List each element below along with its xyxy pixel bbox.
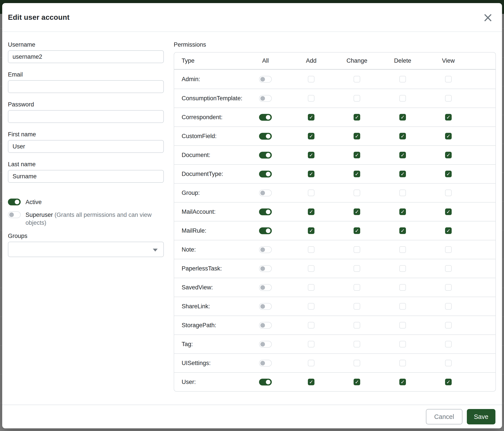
permission-view-checkbox[interactable] (445, 322, 452, 329)
permission-delete-checkbox[interactable] (399, 76, 406, 82)
permission-view-checkbox[interactable] (445, 360, 452, 366)
permission-all-toggle[interactable] (259, 284, 272, 291)
email-input[interactable] (8, 80, 164, 93)
permission-all-toggle[interactable] (259, 360, 272, 367)
permission-add-checkbox[interactable] (308, 76, 315, 82)
permission-all-toggle[interactable] (259, 246, 272, 253)
permission-change-checkbox[interactable] (354, 189, 360, 196)
permission-view-checkbox[interactable] (445, 95, 452, 102)
permission-change-checkbox[interactable] (354, 95, 360, 102)
permission-add-checkbox[interactable] (308, 152, 315, 158)
permission-add-checkbox[interactable] (308, 133, 315, 139)
permission-all-toggle[interactable] (259, 303, 272, 310)
permission-all-toggle[interactable] (259, 114, 272, 121)
permission-view-checkbox[interactable] (445, 133, 452, 139)
permission-add-checkbox[interactable] (308, 265, 315, 272)
permission-delete-checkbox[interactable] (399, 379, 406, 385)
username-input[interactable] (8, 50, 164, 63)
permission-all-toggle[interactable] (259, 189, 272, 196)
permission-add-checkbox[interactable] (308, 284, 315, 291)
permission-change-checkbox[interactable] (354, 322, 360, 329)
permission-add-checkbox[interactable] (308, 189, 315, 196)
last-name-input[interactable] (8, 170, 164, 183)
permission-view-checkbox[interactable] (445, 379, 452, 385)
permission-all-toggle[interactable] (259, 265, 272, 272)
permission-type-label: CustomField: (182, 133, 243, 140)
groups-select[interactable] (8, 242, 164, 257)
permission-all-toggle[interactable] (259, 227, 272, 234)
permission-all-toggle[interactable] (259, 95, 272, 102)
permission-add-checkbox[interactable] (308, 303, 315, 310)
permission-delete-checkbox[interactable] (399, 303, 406, 310)
permission-change-checkbox[interactable] (354, 171, 360, 177)
permission-add-checkbox[interactable] (308, 208, 315, 215)
permission-add-checkbox[interactable] (308, 246, 315, 253)
permission-change-checkbox[interactable] (354, 208, 360, 215)
permission-change-checkbox[interactable] (354, 76, 360, 82)
dialog-footer: Cancel Save (2, 405, 502, 428)
permission-all-toggle[interactable] (259, 76, 272, 83)
permission-delete-checkbox[interactable] (399, 360, 406, 366)
permission-all-toggle[interactable] (259, 133, 272, 140)
permission-change-checkbox[interactable] (354, 341, 360, 347)
permission-all-toggle[interactable] (259, 322, 272, 329)
permission-view-checkbox[interactable] (445, 246, 452, 253)
permission-add-checkbox[interactable] (308, 95, 315, 102)
permission-all-toggle[interactable] (259, 341, 272, 348)
permission-view-checkbox[interactable] (445, 76, 452, 82)
permission-delete-checkbox[interactable] (399, 152, 406, 158)
permission-add-checkbox[interactable] (308, 322, 315, 329)
permission-delete-checkbox[interactable] (399, 189, 406, 196)
cancel-button[interactable]: Cancel (426, 409, 462, 424)
permission-view-checkbox[interactable] (445, 171, 452, 177)
permission-change-checkbox[interactable] (354, 133, 360, 139)
permission-change-checkbox[interactable] (354, 114, 360, 120)
close-button[interactable]: × (482, 11, 494, 24)
permission-add-checkbox[interactable] (308, 114, 315, 120)
superuser-toggle[interactable] (8, 211, 21, 218)
first-name-input[interactable] (8, 140, 164, 153)
save-button[interactable]: Save (467, 409, 495, 424)
permission-change-checkbox[interactable] (354, 246, 360, 253)
permission-delete-checkbox[interactable] (399, 341, 406, 347)
permission-view-checkbox[interactable] (445, 341, 452, 347)
password-input[interactable] (8, 110, 164, 123)
permission-add-checkbox[interactable] (308, 360, 315, 366)
permission-delete-checkbox[interactable] (399, 208, 406, 215)
permission-change-checkbox[interactable] (354, 152, 360, 158)
col-header-change: Change (347, 57, 368, 64)
permission-all-toggle[interactable] (259, 379, 272, 386)
col-header-all: All (262, 57, 269, 64)
permission-change-checkbox[interactable] (354, 303, 360, 310)
permission-delete-checkbox[interactable] (399, 95, 406, 102)
permission-view-checkbox[interactable] (445, 227, 452, 234)
permission-view-checkbox[interactable] (445, 265, 452, 272)
permission-add-checkbox[interactable] (308, 341, 315, 347)
permission-change-checkbox[interactable] (354, 379, 360, 385)
permission-change-checkbox[interactable] (354, 360, 360, 366)
permission-view-checkbox[interactable] (445, 284, 452, 291)
permission-view-checkbox[interactable] (445, 114, 452, 120)
permission-delete-checkbox[interactable] (399, 114, 406, 120)
permission-delete-checkbox[interactable] (399, 265, 406, 272)
permission-delete-checkbox[interactable] (399, 133, 406, 139)
permission-all-toggle[interactable] (259, 171, 272, 178)
permission-all-toggle[interactable] (259, 152, 272, 159)
permission-view-checkbox[interactable] (445, 152, 452, 158)
permission-add-checkbox[interactable] (308, 379, 315, 385)
permission-delete-checkbox[interactable] (399, 322, 406, 329)
permission-view-checkbox[interactable] (445, 303, 452, 310)
permission-all-toggle[interactable] (259, 208, 272, 215)
permission-add-checkbox[interactable] (308, 227, 315, 234)
permission-delete-checkbox[interactable] (399, 171, 406, 177)
permission-delete-checkbox[interactable] (399, 246, 406, 253)
permission-view-checkbox[interactable] (445, 208, 452, 215)
permission-change-checkbox[interactable] (354, 227, 360, 234)
permission-delete-checkbox[interactable] (399, 227, 406, 234)
active-toggle[interactable] (8, 198, 21, 205)
permission-change-checkbox[interactable] (354, 284, 360, 291)
permission-view-checkbox[interactable] (445, 189, 452, 196)
permission-add-checkbox[interactable] (308, 171, 315, 177)
permission-change-checkbox[interactable] (354, 265, 360, 272)
permission-delete-checkbox[interactable] (399, 284, 406, 291)
